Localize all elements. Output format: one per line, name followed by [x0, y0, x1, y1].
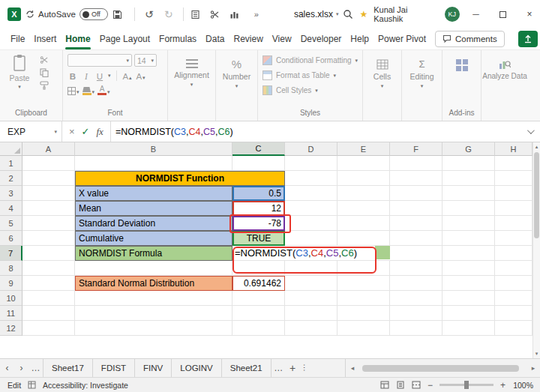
- cell[interactable]: [495, 231, 532, 246]
- scroll-left-icon[interactable]: ◂: [347, 364, 358, 372]
- cell[interactable]: [22, 201, 75, 216]
- cell[interactable]: [495, 156, 532, 171]
- cell[interactable]: [390, 171, 442, 186]
- font-name-select[interactable]: ▾: [68, 54, 132, 67]
- zoom-in-button[interactable]: +: [500, 380, 506, 391]
- row-header-2[interactable]: 2: [0, 171, 22, 186]
- cell[interactable]: [390, 261, 442, 276]
- cell[interactable]: [390, 276, 442, 291]
- cell[interactable]: [442, 216, 495, 231]
- scissors-icon[interactable]: [210, 10, 225, 19]
- number-group-button[interactable]: % Number ▾: [220, 54, 253, 119]
- copy-icon[interactable]: [40, 68, 49, 77]
- formula-input[interactable]: =NORMDIST(C3,C4,C5,C6): [111, 127, 233, 137]
- tab-formulas[interactable]: Formulas: [159, 28, 196, 49]
- cell[interactable]: [22, 171, 75, 186]
- scroll-right-icon[interactable]: ▸: [528, 364, 538, 372]
- fill-color-button[interactable]: ▾: [82, 84, 95, 95]
- cell[interactable]: [338, 231, 390, 246]
- cell[interactable]: [442, 201, 495, 216]
- name-box[interactable]: EXP ▾: [0, 121, 62, 142]
- column-header-h[interactable]: H: [495, 142, 532, 156]
- cell[interactable]: [338, 291, 390, 306]
- avatar[interactable]: KJ: [445, 7, 460, 22]
- cell[interactable]: [75, 156, 232, 171]
- cell[interactable]: [495, 171, 532, 186]
- clipboard-group-label[interactable]: Clipboard: [4, 109, 58, 119]
- page-break-view-icon[interactable]: [412, 381, 421, 389]
- sheet-prev-icon[interactable]: ‹: [0, 363, 14, 373]
- cell-c6-value[interactable]: TRUE: [232, 231, 285, 246]
- decrease-font-size-button[interactable]: A▾: [136, 70, 146, 81]
- cell[interactable]: [442, 306, 495, 321]
- cell-b9-label[interactable]: Standard Normal Distribution: [75, 276, 232, 291]
- cell[interactable]: [75, 306, 232, 321]
- conditional-formatting-button[interactable]: Conditional Formatting ▾: [262, 54, 358, 67]
- cell[interactable]: [442, 321, 495, 336]
- autosave-control[interactable]: AutoSave Off: [26, 8, 108, 20]
- editing-group-button[interactable]: Σ Editing ▾: [406, 54, 437, 119]
- cell-b5-label[interactable]: Standard Deviation: [75, 216, 232, 231]
- sheet-next-icon[interactable]: ›: [14, 363, 28, 373]
- column-header-g[interactable]: G: [442, 142, 495, 156]
- row-header-4[interactable]: 4: [0, 201, 22, 216]
- cell[interactable]: [285, 291, 338, 306]
- horizontal-scrollbar[interactable]: ◂ ▸: [345, 359, 540, 377]
- cell[interactable]: [22, 186, 75, 201]
- cell[interactable]: [22, 276, 75, 291]
- zoom-out-button[interactable]: −: [428, 380, 433, 391]
- cell[interactable]: [390, 321, 442, 336]
- cell[interactable]: [232, 261, 285, 276]
- horizontal-scroll-track[interactable]: [358, 365, 528, 372]
- cell[interactable]: [285, 216, 338, 231]
- row-header-3[interactable]: 3: [0, 186, 22, 201]
- cell[interactable]: [495, 201, 532, 216]
- document-title[interactable]: sales.xlsx ▾: [294, 9, 339, 19]
- cell[interactable]: [442, 171, 495, 186]
- number-group[interactable]: % Number ▾: [216, 50, 258, 121]
- row-header-1[interactable]: 1: [0, 156, 22, 171]
- cell[interactable]: [75, 291, 232, 306]
- tab-insert[interactable]: Insert: [34, 28, 56, 49]
- cell[interactable]: [495, 186, 532, 201]
- cell-b3-label[interactable]: X value: [75, 186, 232, 201]
- addins-button[interactable]: [447, 54, 476, 109]
- tab-developer[interactable]: Developer: [301, 28, 342, 49]
- cell[interactable]: [285, 306, 338, 321]
- cell[interactable]: [232, 306, 285, 321]
- analyze-data-group[interactable]: Analyze Data: [482, 50, 528, 121]
- cell[interactable]: [442, 246, 495, 261]
- cell[interactable]: [390, 306, 442, 321]
- column-header-b[interactable]: B: [75, 142, 232, 156]
- cell[interactable]: [22, 231, 75, 246]
- search-icon[interactable]: [343, 9, 353, 19]
- cell[interactable]: [285, 261, 338, 276]
- cell-b4-label[interactable]: Mean: [75, 201, 232, 216]
- borders-button[interactable]: ▾: [68, 84, 80, 95]
- cell[interactable]: [338, 321, 390, 336]
- sheet-tab-loginv[interactable]: LOGINV: [172, 359, 221, 377]
- horizontal-scroll-thumb[interactable]: [362, 365, 519, 372]
- cell[interactable]: [285, 201, 338, 216]
- cells-group-button[interactable]: Cells ▾: [368, 54, 397, 119]
- macro-record-icon[interactable]: [28, 381, 36, 389]
- cell[interactable]: [495, 276, 532, 291]
- cell[interactable]: [22, 246, 75, 261]
- tab-page-layout[interactable]: Page Layout: [100, 28, 150, 49]
- row-header-6[interactable]: 6: [0, 231, 22, 246]
- cell[interactable]: [338, 156, 390, 171]
- underline-button[interactable]: U: [94, 70, 105, 81]
- user-name[interactable]: Kunal Jai Kaushik: [374, 5, 439, 23]
- vertical-scroll-thumb[interactable]: [534, 152, 539, 238]
- cell-styles-button[interactable]: Cell Styles ▾: [262, 84, 358, 97]
- page-layout-view-icon[interactable]: [396, 381, 405, 389]
- sheet-tab-finv[interactable]: FINV: [135, 359, 172, 377]
- row-header-10[interactable]: 10: [0, 291, 22, 306]
- cell[interactable]: [232, 291, 285, 306]
- cell[interactable]: [390, 186, 442, 201]
- column-header-f[interactable]: F: [390, 142, 442, 156]
- cell-c4-value[interactable]: 12: [232, 201, 285, 216]
- cell[interactable]: [22, 291, 75, 306]
- cell[interactable]: [232, 156, 285, 171]
- cell[interactable]: [22, 306, 75, 321]
